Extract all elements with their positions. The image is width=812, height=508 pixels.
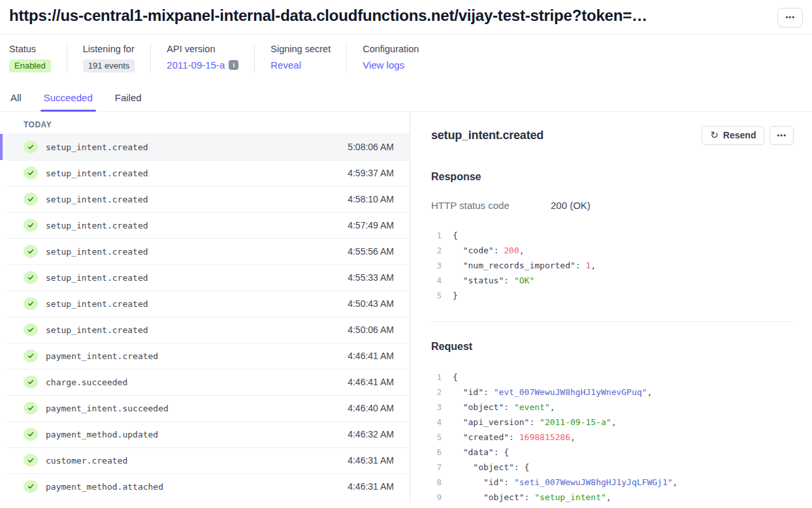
code-line: 4 "api_version": "2011-09-15-a", xyxy=(431,415,794,430)
event-list-item[interactable]: setup_intent.created4:50:43 AM xyxy=(0,291,410,317)
request-heading: Request xyxy=(431,341,794,353)
resend-button[interactable]: ↻ Resend xyxy=(702,126,764,145)
code-token: "num_records_imported" xyxy=(453,258,576,273)
event-list-item[interactable]: charge.succeeded4:46:41 AM xyxy=(0,369,410,395)
page-header: https://us-central1-mixpanel-internal-da… xyxy=(0,0,812,35)
main-content: TODAY setup_intent.created5:08:06 AMsetu… xyxy=(0,112,812,503)
line-number: 1 xyxy=(431,370,442,385)
view-logs-link[interactable]: View logs xyxy=(363,59,404,71)
event-time: 4:46:40 AM xyxy=(348,403,394,413)
event-list-item[interactable]: setup_intent.created4:55:56 AM xyxy=(0,238,410,264)
stat-api-version: API version 2011-09-15-a i xyxy=(150,44,254,72)
tab-failed[interactable]: Failed xyxy=(114,87,143,111)
event-time: 4:46:41 AM xyxy=(348,377,394,387)
code-token: "object" xyxy=(453,400,504,415)
tab-all[interactable]: All xyxy=(9,87,23,111)
event-time: 4:59:37 AM xyxy=(348,168,394,178)
tab-succeeded[interactable]: Succeeded xyxy=(42,87,94,111)
object-id-link[interactable]: "evt_007WewuJW8hgHJ1yWnevGPuq" xyxy=(494,385,647,400)
event-list-item[interactable]: customer.created4:46:31 AM xyxy=(0,447,410,473)
line-number: 1 xyxy=(431,228,442,243)
code-token: , xyxy=(606,490,611,505)
endpoint-url-title: https://us-central1-mixpanel-internal-da… xyxy=(9,5,647,25)
code-token: : xyxy=(525,490,535,505)
object-id-link[interactable]: "seti_007WewuJW8hgHJ1yJqLFWGj1" xyxy=(514,475,673,490)
code-token: "setup_intent" xyxy=(534,490,606,505)
code-token: 1698815286 xyxy=(519,430,570,445)
event-time: 4:50:43 AM xyxy=(348,298,394,309)
success-check-icon xyxy=(24,402,38,415)
event-list-item[interactable]: setup_intent.created4:58:10 AM xyxy=(0,186,410,212)
api-version-link[interactable]: 2011-09-15-a xyxy=(167,59,225,71)
event-name: setup_intent.created xyxy=(46,195,148,204)
line-number: 4 xyxy=(431,273,442,288)
success-check-icon xyxy=(24,297,38,310)
code-token: "data" xyxy=(453,445,494,460)
response-code-block: 1{2 "code": 200,3 "num_records_imported"… xyxy=(431,228,794,303)
http-status-label: HTTP status code xyxy=(431,200,551,211)
response-heading: Response xyxy=(431,171,794,183)
code-token: : { xyxy=(494,445,509,460)
stat-label: Configuration xyxy=(363,44,419,54)
stat-configuration: Configuration View logs xyxy=(346,44,434,72)
event-list-item[interactable]: setup_intent.created4:55:33 AM xyxy=(0,264,410,291)
detail-overflow-button[interactable]: ••• xyxy=(770,126,794,145)
line-number: 7 xyxy=(431,460,442,475)
line-number: 3 xyxy=(431,400,442,415)
event-time: 4:50:06 AM xyxy=(348,325,394,335)
code-token: : xyxy=(483,385,494,400)
code-token: , xyxy=(550,400,555,415)
event-list-item[interactable]: setup_intent.created4:50:06 AM xyxy=(0,317,410,343)
code-token: "created" xyxy=(453,430,509,445)
code-line: 8 "id": "seti_007WewuJW8hgHJ1yJqLFWGj1", xyxy=(431,475,794,490)
reveal-secret-link[interactable]: Reveal xyxy=(270,59,301,71)
line-number: 5 xyxy=(431,430,442,445)
stat-signing-secret: Signing secret Reveal xyxy=(254,44,346,72)
event-list-item[interactable]: setup_intent.created4:59:37 AM xyxy=(0,160,410,186)
code-token: : xyxy=(529,415,540,430)
event-list-panel: TODAY setup_intent.created5:08:06 AMsetu… xyxy=(0,112,410,503)
stat-label: API version xyxy=(167,44,238,54)
event-name: charge.succeeded xyxy=(46,377,127,387)
line-number: 9 xyxy=(431,490,442,505)
event-list-item[interactable]: payment_method.attached4:46:31 AM xyxy=(0,473,410,500)
event-time: 4:46:41 AM xyxy=(348,351,394,361)
event-list-item[interactable]: setup_intent.created4:57:49 AM xyxy=(0,212,410,238)
event-time: 4:46:31 AM xyxy=(348,455,394,466)
line-number: 5 xyxy=(431,288,442,303)
header-overflow-button[interactable]: ••• xyxy=(777,8,803,27)
event-filter-tabs: AllSucceededFailed xyxy=(0,83,812,112)
line-number: 3 xyxy=(431,258,442,273)
success-check-icon xyxy=(24,245,38,258)
code-token: "id" xyxy=(453,475,504,490)
code-token: "object" xyxy=(453,460,514,475)
code-token: "2011-09-15-a" xyxy=(540,415,611,430)
event-name: setup_intent.created xyxy=(46,273,148,283)
events-count-badge: 191 events xyxy=(83,59,135,72)
event-name: customer.created xyxy=(46,456,127,466)
event-list-item[interactable]: payment_method.updated4:46:32 AM xyxy=(0,421,410,447)
code-line: 3 "object": "event", xyxy=(431,400,794,415)
code-token: } xyxy=(453,288,458,303)
code-token: : xyxy=(576,258,586,273)
code-line: 2 "code": 200, xyxy=(431,243,794,258)
success-check-icon xyxy=(24,193,38,206)
success-check-icon xyxy=(24,167,38,180)
http-status-value: 200 (OK) xyxy=(551,200,591,211)
event-name: payment_method.updated xyxy=(46,430,158,439)
code-token: , xyxy=(611,415,617,430)
event-list-item[interactable]: payment_intent.created4:46:41 AM xyxy=(0,343,410,369)
event-list-item[interactable]: payment_intent.succeeded4:46:40 AM xyxy=(0,395,410,421)
code-line: 6 "data": { xyxy=(431,445,794,460)
code-token: "status" xyxy=(453,273,504,288)
event-name: setup_intent.created xyxy=(46,168,148,178)
http-status-row: HTTP status code 200 (OK) xyxy=(431,200,794,211)
event-time: 4:58:10 AM xyxy=(348,194,394,204)
success-check-icon xyxy=(24,454,38,467)
success-check-icon xyxy=(24,428,38,441)
event-list-item[interactable]: setup_intent.created5:08:06 AM xyxy=(0,134,410,160)
event-time: 4:55:56 AM xyxy=(348,246,394,257)
code-line: 5 "created": 1698815286, xyxy=(431,430,794,445)
ellipsis-icon: ••• xyxy=(785,13,795,21)
event-name: setup_intent.created xyxy=(46,247,148,257)
